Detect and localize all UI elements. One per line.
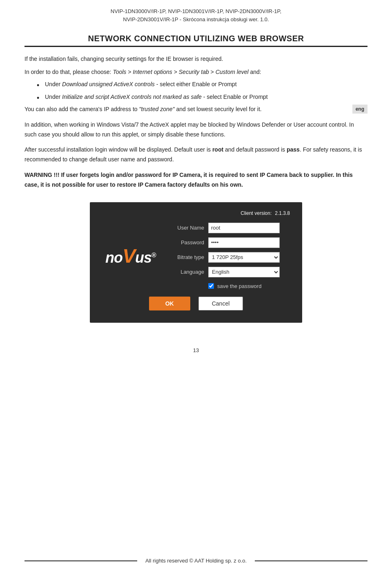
client-version-value: 2.1.3.8 [275,210,290,216]
warning-block: WARNING !!! If user forgets login and/or… [24,170,368,190]
login-dialog: Client version: 2.1.3.8 noVus® User Name [90,202,302,323]
dialog-content: noVus® User Name Password [102,223,290,289]
bullet-item-1: Under Download unsigned ActiveX controls… [37,80,368,89]
save-password-row: save the password [208,283,290,289]
username-row: User Name [167,223,290,233]
footer-section: All rights reserved © AAT Holding sp. z … [24,347,368,353]
password-label: Password [167,239,204,246]
username-input[interactable] [208,223,280,233]
warning-text: If user forgets login and/or password fo… [24,172,353,188]
password-row: Password [167,237,290,248]
intro-text: If the installation fails, changing secu… [24,54,368,63]
login-dialog-wrapper: Client version: 2.1.3.8 noVus® User Name [24,202,368,323]
client-version-row: Client version: 2.1.3.8 [102,210,290,216]
login-paragraph: After successful installation login wind… [24,145,368,165]
save-password-label: save the password [217,283,261,289]
username-label: User Name [167,225,204,231]
language-label: Language [167,269,204,275]
warning-title: WARNING !!! [24,172,60,178]
bitrate-row: Bitrate type 1 720P 25fps [167,252,290,263]
footer: All rights reserved © AAT Holding sp. z … [24,558,368,564]
instruction-block: In order to do that, please choose: Tool… [24,67,368,101]
bullet-list: Under Download unsigned ActiveX controls… [37,80,368,101]
instruction-lead: In order to do that, please choose: Tool… [24,69,261,75]
dialog-buttons: OK Cancel [102,297,290,310]
page-number: 13 [24,347,368,353]
language-select[interactable]: English [208,267,280,277]
footer-line-left [24,560,137,561]
footer-text: All rights reserved © AAT Holding sp. z … [145,558,247,564]
divider-thick [24,46,368,47]
bullet-item-2: Under Initialize and script ActiveX cont… [37,92,368,101]
form-area: User Name Password Bitrate type 1 720P 2… [167,223,290,289]
save-password-checkbox[interactable] [208,283,214,289]
trusted-zone-section: You can also add the camera's IP address… [24,105,368,114]
client-version-label: Client version: [241,210,272,216]
novus-logo-area: noVus® [102,223,167,289]
bitrate-label: Bitrate type [167,254,204,260]
trusted-zone-text: You can also add the camera's IP address… [24,105,368,114]
header-line2: NVIP-2DN3001V/IR-1P - Skrócona instrukcj… [24,16,368,24]
addition-paragraph: In addition, when working in Windows Vis… [24,120,368,140]
language-row: Language English [167,267,290,277]
header-line1: NVIP-1DN3000V/IR-1P, NVIP-1DN3001V/IR-1P… [24,7,368,16]
footer-line-right [255,560,368,561]
novus-logo: noVus® [105,245,156,267]
password-input[interactable] [208,237,280,248]
main-title: NETWORK CONNECTION UTILIZING WEB BROWSER [24,34,368,43]
cancel-button[interactable]: Cancel [198,297,243,310]
ok-button[interactable]: OK [149,297,190,310]
document-header: NVIP-1DN3000V/IR-1P, NVIP-1DN3001V/IR-1P… [24,0,368,27]
eng-badge: eng [352,105,368,114]
bitrate-select[interactable]: 1 720P 25fps [208,252,280,263]
